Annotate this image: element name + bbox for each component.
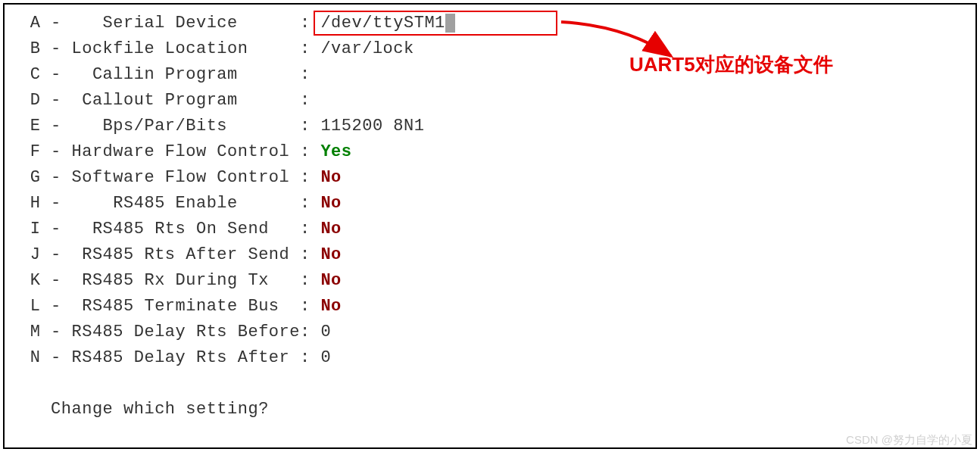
setting-row-I[interactable]: I - RS485 Rts On Send : No <box>20 217 960 242</box>
watermark-text: CSDN @努力自学的小夏 <box>846 433 972 447</box>
setting-row-N[interactable]: N - RS485 Delay Rts After : 0 <box>20 345 960 371</box>
setting-row-D[interactable]: D - Callout Program : <box>20 88 960 114</box>
change-setting-prompt[interactable]: Change which setting? <box>20 397 960 422</box>
setting-row-G[interactable]: G - Software Flow Control : No <box>20 165 960 191</box>
setting-row-H[interactable]: H - RS485 Enable : No <box>20 191 960 217</box>
minicom-serial-config: A - Serial Device : /dev/ttySTM1 B - Loc… <box>3 3 977 449</box>
setting-row-J[interactable]: J - RS485 Rts After Send : No <box>20 242 960 268</box>
text-cursor <box>445 14 455 33</box>
serial-device-value[interactable]: /dev/ttySTM1 <box>320 14 445 33</box>
annotation-text: UART5对应的设备文件 <box>629 51 833 78</box>
setting-row-K[interactable]: K - RS485 Rx During Tx : No <box>20 268 960 294</box>
setting-row-M[interactable]: M - RS485 Delay Rts Before: 0 <box>20 320 960 345</box>
setting-row-E[interactable]: E - Bps/Par/Bits : 115200 8N1 <box>20 114 960 139</box>
setting-row-F[interactable]: F - Hardware Flow Control : Yes <box>20 139 960 165</box>
setting-row-L[interactable]: L - RS485 Terminate Bus : No <box>20 294 960 320</box>
setting-row-A[interactable]: A - Serial Device : /dev/ttySTM1 <box>20 11 960 36</box>
